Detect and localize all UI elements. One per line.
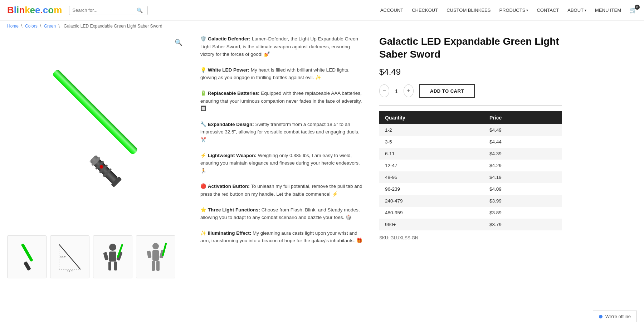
cart-count: 0 [635,5,640,10]
feature-icon-3: 🔋 [200,91,208,96]
feature-icon-2: 💡 [200,67,208,73]
pricing-table: Quantity Price 1-2$4.493-5$4.446-11$4.39… [379,111,562,230]
add-to-cart-button[interactable]: ADD TO CART [419,84,475,98]
pricing-row-1: 3-5$4.44 [379,136,562,148]
feature-light-functions: ⭐ Three Light Functions: Choose from Fla… [200,206,365,221]
nav-about[interactable]: ABOUT [567,8,586,13]
pricing-price-3: $4.29 [484,160,562,171]
zoom-icon[interactable]: 🔍 [175,39,182,47]
svg-rect-17 [109,252,116,262]
feature-expandable: 🔧 Expandable Design: Swiftly transform f… [200,121,365,144]
breadcrumb-colors[interactable]: Colors [25,24,38,29]
pricing-qty-4: 48-95 [379,171,484,183]
svg-point-23 [152,243,159,249]
nav-checkout[interactable]: CHECKOUT [412,8,438,13]
pricing-qty-0: 1-2 [379,124,484,136]
svg-text:32.5": 32.5" [60,255,67,259]
nav-contact[interactable]: CONTACT [537,8,559,13]
pricing-qty-8: 960+ [379,219,484,230]
sku-label: SKU: [379,235,389,240]
pricing-qty-7: 480-959 [379,207,484,219]
divider [379,105,562,106]
product-title: Galactic LED Expandable Green Light Sabe… [379,35,562,61]
pricing-row-8: 960+$3.79 [379,219,562,230]
svg-point-16 [109,244,116,251]
logo[interactable]: Blinkee.com [7,5,62,16]
breadcrumb-home[interactable]: Home [7,24,19,29]
feature-title-2: White LED Power: [208,67,249,73]
breadcrumb: Home \ Colors \ Green \ Galactic LED Exp… [0,21,644,31]
sku-row: SKU: GLUXLSS-GN [379,235,562,240]
search-input[interactable] [72,8,137,13]
pricing-qty-1: 3-5 [379,136,484,148]
cart-icon[interactable]: 🛒 0 [630,7,637,14]
feature-icon-4: 🔧 [200,122,208,127]
product-description: 🛡️ Galactic Defender: Lumen-Defender, th… [197,35,369,278]
main-content: 🔍 [0,31,644,282]
nav-custom-blinkees[interactable]: CUSTOM BLINKEES [447,8,491,13]
svg-rect-0 [52,69,138,155]
feature-lightweight: ⚡ Lightweight Weapon: Weighing only 0.38… [200,152,365,175]
pricing-row-6: 240-479$3.99 [379,195,562,207]
quantity-increase-button[interactable]: + [404,84,414,97]
pricing-price-8: $3.79 [484,219,562,230]
pricing-qty-3: 12-47 [379,160,484,171]
feature-icon-8: ✨ [200,230,208,236]
pricing-price-6: $3.99 [484,195,562,207]
feature-activation: 🔴 Activation Button: To unleash my full … [200,182,365,198]
pricing-col-quantity: Quantity [379,111,484,124]
search-bar: 🔍 [69,6,148,15]
svg-rect-27 [162,243,167,256]
feature-title-1: Galactic Defender: [208,36,250,42]
pricing-price-4: $4.19 [484,171,562,183]
pricing-price-5: $4.09 [484,183,562,195]
svg-rect-29 [156,261,160,271]
feature-icon-6: 🔴 [200,184,208,189]
main-nav: ACCOUNT CHECKOUT CUSTOM BLINKEES PRODUCT… [380,7,637,14]
thumbnail-2[interactable]: 32.5" 18.5" [50,235,89,278]
svg-text:18.5": 18.5" [67,270,74,273]
thumbnail-4[interactable] [136,235,175,278]
search-button[interactable]: 🔍 [137,8,143,13]
pricing-row-7: 480-959$3.89 [379,207,562,219]
qty-cart-row: − 1 + ADD TO CART [379,84,562,98]
pricing-price-1: $4.44 [484,136,562,148]
breadcrumb-current: Galactic LED Expandable Green Light Sabe… [64,24,162,29]
product-main-image [21,48,172,219]
pricing-price-7: $3.89 [484,207,562,219]
feature-illuminating: ✨ Illuminating Effect: My gleaming aura … [200,229,365,245]
pricing-price-0: $4.49 [484,124,562,136]
nav-products[interactable]: PRODUCTS [499,8,528,13]
svg-rect-28 [152,261,155,271]
thumbnail-row: 32.5" 18.5" [7,235,186,278]
feature-batteries: 🔋 Replaceable Batteries: Equipped with t… [200,89,365,113]
main-image-container: 🔍 [7,35,186,232]
nav-account[interactable]: ACCOUNT [380,8,403,13]
quantity-decrease-button[interactable]: − [379,84,389,97]
header: Blinkee.com 🔍 ACCOUNT CHECKOUT CUSTOM BL… [0,0,644,21]
breadcrumb-sep-1: \ [21,24,24,29]
feature-led-power: 💡 White LED Power: My heart is filled wi… [200,66,365,82]
pricing-row-4: 48-95$4.19 [379,171,562,183]
quantity-control: − 1 + [379,84,414,97]
feature-title-4: Expandable Design: [208,122,254,127]
svg-rect-18 [103,252,108,260]
svg-rect-21 [108,262,111,270]
product-images: 🔍 [7,35,186,278]
svg-rect-9 [21,243,33,262]
pricing-row-2: 6-11$4.39 [379,148,562,160]
pricing-price-2: $4.39 [484,148,562,160]
thumbnail-1[interactable] [7,235,47,278]
feature-title-6: Activation Button: [208,184,250,189]
pricing-qty-2: 6-11 [379,148,484,160]
nav-menu-item[interactable]: MENU ITEM [595,8,621,13]
breadcrumb-green[interactable]: Green [44,24,56,29]
svg-rect-24 [152,250,159,261]
pricing-qty-6: 240-479 [379,195,484,207]
pricing-col-price: Price [484,111,562,124]
thumbnail-3[interactable] [93,235,132,278]
breadcrumb-sep-3: \ [58,24,61,29]
product-info: Galactic LED Expandable Green Light Sabe… [379,35,562,278]
pricing-qty-5: 96-239 [379,183,484,195]
quantity-value: 1 [389,88,404,94]
